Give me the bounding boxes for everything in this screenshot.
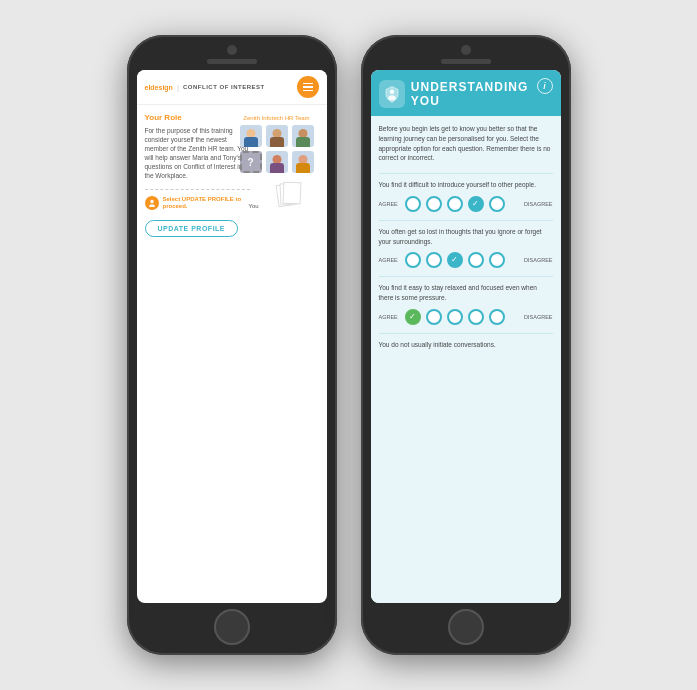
avatar-1	[240, 125, 262, 147]
disagree-label-2: DISAGREE	[523, 257, 553, 263]
right-header: UNDERSTANDING YOU i	[371, 70, 561, 116]
phone-camera	[227, 45, 237, 55]
question-3-options: AGREE ✓ DISAGREE	[379, 309, 553, 325]
radio-3-4[interactable]	[468, 309, 484, 325]
radio-3-1[interactable]: ✓	[405, 309, 421, 325]
left-home-button[interactable]	[214, 609, 250, 645]
team-area: Zenith Infotech HR Team	[217, 105, 327, 603]
radio-2-4[interactable]	[468, 252, 484, 268]
svg-point-2	[389, 90, 394, 95]
menu-line-1	[303, 83, 313, 85]
avatar-3	[292, 125, 314, 147]
left-header: eldesign | CONFLICT OF INTEREST	[137, 70, 327, 105]
left-phone-screen: eldesign | CONFLICT OF INTEREST Your Rol…	[137, 70, 327, 603]
right-title: UNDERSTANDING YOU	[411, 80, 553, 108]
question-2-text: You often get so lost in thoughts that y…	[379, 227, 553, 247]
radio-1-2[interactable]	[426, 196, 442, 212]
avatar-6	[292, 151, 314, 173]
person-icon	[148, 199, 156, 207]
avatar-5	[266, 151, 288, 173]
right-home-button[interactable]	[448, 609, 484, 645]
check-icon-3: ✓	[409, 313, 416, 321]
question-2-options: AGREE ✓ DISAGREE	[379, 252, 553, 268]
left-logo: eldesign | CONFLICT OF INTEREST	[145, 83, 265, 92]
agree-label-2: AGREE	[379, 257, 401, 263]
avatar-you: ?	[240, 151, 262, 173]
left-phone: eldesign | CONFLICT OF INTEREST Your Rol…	[127, 35, 337, 655]
avatar-2	[266, 125, 288, 147]
menu-button[interactable]	[297, 76, 319, 98]
question-1-text: You find it difficult to introduce yours…	[379, 180, 553, 190]
radio-options-3: ✓	[405, 309, 519, 325]
question-1-options: AGREE ✓ DISAGREE	[379, 196, 553, 212]
team-row-1	[240, 125, 314, 147]
team-label: Zenith Infotech HR Team	[243, 115, 309, 121]
radio-3-2[interactable]	[426, 309, 442, 325]
radio-1-3[interactable]	[447, 196, 463, 212]
radio-1-5[interactable]	[489, 196, 505, 212]
radio-2-1[interactable]	[405, 252, 421, 268]
menu-line-2	[303, 86, 313, 88]
radio-2-5[interactable]	[489, 252, 505, 268]
agree-label-3: AGREE	[379, 314, 401, 320]
right-logo-box	[379, 80, 405, 108]
svg-point-0	[150, 200, 154, 204]
radio-options-2: ✓	[405, 252, 519, 268]
divider-3	[379, 333, 553, 334]
logo-brand: eldesign	[145, 84, 173, 91]
info-button[interactable]: i	[537, 78, 553, 94]
phone-speaker	[207, 59, 257, 64]
question-3-text: You find it easy to stay relaxed and foc…	[379, 283, 553, 303]
update-icon	[145, 196, 159, 210]
radio-3-3[interactable]	[447, 309, 463, 325]
question-1: You find it difficult to introduce yours…	[379, 180, 553, 212]
right-phone-speaker	[441, 59, 491, 64]
intro-text: Before you begin lets get to know you be…	[379, 124, 553, 163]
right-phone-camera	[461, 45, 471, 55]
question-4: You do not usually initiate conversation…	[379, 340, 553, 350]
right-phone-screen: UNDERSTANDING YOU i Before you begin let…	[371, 70, 561, 603]
radio-3-5[interactable]	[489, 309, 505, 325]
question-2: You often get so lost in thoughts that y…	[379, 227, 553, 269]
disagree-label-1: DISAGREE	[523, 201, 553, 207]
left-body: Your Role For the purpose of this traini…	[137, 105, 327, 603]
radio-2-2[interactable]	[426, 252, 442, 268]
svg-point-3	[388, 95, 396, 100]
question-3: You find it easy to stay relaxed and foc…	[379, 283, 553, 325]
agree-label-1: AGREE	[379, 201, 401, 207]
info-icon: i	[543, 81, 546, 91]
svg-point-1	[149, 205, 155, 208]
divider-1	[379, 220, 553, 221]
menu-line-3	[303, 90, 313, 92]
radio-1-1[interactable]	[405, 196, 421, 212]
question-4-text: You do not usually initiate conversation…	[379, 340, 553, 350]
divider-0	[379, 173, 553, 174]
disagree-label-3: DISAGREE	[523, 314, 553, 320]
you-label: You	[248, 203, 258, 209]
right-body: Before you begin lets get to know you be…	[371, 116, 561, 603]
check-icon: ✓	[472, 200, 479, 208]
divider-2	[379, 276, 553, 277]
paper-3	[282, 182, 301, 205]
right-phone: UNDERSTANDING YOU i Before you begin let…	[361, 35, 571, 655]
team-row-2: ?	[240, 151, 314, 173]
radio-options-1: ✓	[405, 196, 519, 212]
radio-2-3[interactable]: ✓	[447, 252, 463, 268]
logo-separator: |	[177, 83, 179, 92]
logo-title: CONFLICT OF INTEREST	[183, 84, 265, 90]
shield-person-icon	[383, 85, 401, 103]
check-icon-2: ✓	[451, 256, 458, 264]
radio-1-4[interactable]: ✓	[468, 196, 484, 212]
scene: eldesign | CONFLICT OF INTEREST Your Rol…	[107, 15, 591, 675]
